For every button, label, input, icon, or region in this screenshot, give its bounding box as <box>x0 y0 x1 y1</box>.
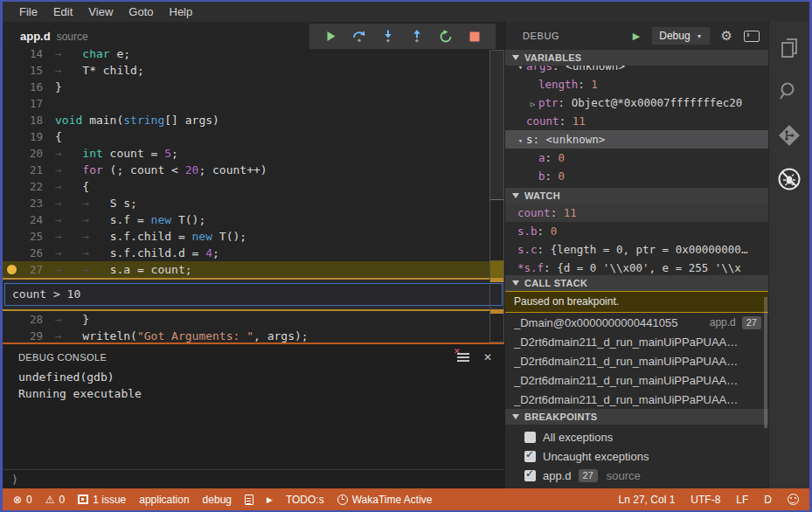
status-todo-s[interactable]: TODO:s <box>286 494 324 506</box>
code-line-15[interactable]: 15→ T* child; <box>3 62 504 79</box>
code-line-16[interactable]: 16} <box>3 79 504 95</box>
stack-frame[interactable]: _D2rt6dmain211_d_run_mainUiPPaPUAA… <box>505 370 768 390</box>
status-ln-27-col-1[interactable]: Ln 27, Col 1 <box>619 494 676 506</box>
breakpoint-gutter[interactable] <box>3 128 20 145</box>
search-icon[interactable] <box>777 80 802 104</box>
status-play[interactable]: ▶ <box>267 495 273 504</box>
variable-row[interactable]: ▾s: <unknown> <box>505 130 768 149</box>
menu-item-goto[interactable]: Goto <box>121 5 161 18</box>
line-number[interactable]: 16 <box>20 79 43 95</box>
code-text[interactable]: → → s.f.child = new T(); <box>43 228 246 245</box>
code-text[interactable]: → int count = 5; <box>43 145 178 162</box>
open-console-icon[interactable] <box>744 31 760 42</box>
watch-section-header[interactable]: WATCH <box>505 188 768 204</box>
close-icon[interactable]: ✕ <box>483 351 492 363</box>
code-line-17[interactable]: 17 <box>3 95 504 112</box>
line-number[interactable]: 26 <box>20 245 43 261</box>
variable-row[interactable]: count: 11 <box>505 112 768 130</box>
code-text[interactable]: → } <box>43 311 89 328</box>
line-number[interactable]: 18 <box>20 112 43 128</box>
code-text[interactable]: → → s.f.child.d = 4; <box>43 245 219 261</box>
variables-section-header[interactable]: VARIABLES <box>505 50 768 66</box>
breakpoint-gutter[interactable] <box>3 195 20 211</box>
variable-row[interactable]: ▾args: <unknown> <box>505 66 768 75</box>
breakpoint-item[interactable]: app.d27source <box>505 466 768 485</box>
code-line-28[interactable]: 28→ } <box>3 311 504 328</box>
start-debug-icon[interactable]: ▶ <box>633 31 640 42</box>
stop-button[interactable] <box>464 27 485 46</box>
code-text[interactable]: → { <box>43 178 89 195</box>
code-text[interactable]: → for (; count < 20; count++) <box>43 162 267 178</box>
code-line-26[interactable]: 26→ → s.f.child.d = 4; <box>3 245 504 261</box>
console-input[interactable]: ⟩ <box>3 469 504 488</box>
code-text[interactable]: → writeln("Got Arguments: ", args); <box>43 328 309 342</box>
twisty-icon[interactable]: ▷ <box>527 95 538 114</box>
status-lf[interactable]: LF <box>736 494 748 506</box>
breakpoint-item[interactable]: All exceptions <box>505 427 768 446</box>
status-d[interactable]: D <box>764 494 772 506</box>
breakpoint-checkbox[interactable] <box>524 451 536 462</box>
line-number[interactable]: 22 <box>20 178 43 195</box>
code-line-20[interactable]: 20→ int count = 5; <box>3 145 504 162</box>
variable-row[interactable]: length: 1 <box>505 75 768 93</box>
breakpoint-icon[interactable] <box>7 265 17 274</box>
breakpoint-gutter[interactable] <box>3 62 20 79</box>
code-line-18[interactable]: 18void main(string[] args) <box>3 112 504 128</box>
breakpoint-gutter[interactable] <box>3 178 20 195</box>
code-line-25[interactable]: 25→ → s.f.child = new T(); <box>3 228 504 245</box>
line-number[interactable]: 27 <box>20 261 43 278</box>
line-number[interactable]: 20 <box>20 145 43 162</box>
step-over-button[interactable] <box>349 27 370 46</box>
step-into-button[interactable] <box>378 27 399 46</box>
status-issues-frame[interactable]: 1 issue <box>78 494 126 506</box>
debug-config-dropdown[interactable]: Debug ▼ <box>652 27 709 45</box>
breakpoint-checkbox[interactable] <box>524 470 536 481</box>
status-clock[interactable]: WakaTime Active <box>337 494 433 506</box>
watch-row[interactable]: s.b: 0 <box>505 222 768 240</box>
code-text[interactable]: → char e; <box>43 50 130 62</box>
panel-scrollbar[interactable] <box>764 297 767 428</box>
line-number[interactable]: 23 <box>20 195 43 211</box>
line-number[interactable]: 21 <box>20 162 43 178</box>
breakpoint-gutter[interactable] <box>3 211 20 228</box>
breakpoint-gutter[interactable] <box>3 95 20 112</box>
code-text[interactable]: → → s.a = count; <box>43 261 192 278</box>
line-number[interactable]: 17 <box>20 95 43 112</box>
explorer-icon[interactable] <box>777 36 802 60</box>
breakpoint-gutter[interactable] <box>3 50 20 62</box>
breakpoint-gutter[interactable] <box>3 328 20 342</box>
code-text[interactable]: → → S s; <box>43 195 137 211</box>
breakpoint-gutter[interactable] <box>3 112 20 128</box>
stack-frame[interactable]: _D2rt6dmain211_d_run_mainUiPPaPUAA… <box>505 332 768 351</box>
status-warning-triangle[interactable]: ⚠0 <box>45 494 65 506</box>
continue-button[interactable] <box>320 27 341 46</box>
code-editor[interactable]: 14→ char e;15→ T* child;16}1718void main… <box>3 50 504 342</box>
status-smiley[interactable] <box>788 494 799 505</box>
breakpoint-gutter[interactable] <box>3 245 20 261</box>
code-line-23[interactable]: 23→ → S s; <box>3 195 504 211</box>
status-application[interactable]: application <box>139 494 189 506</box>
breakpoints-section-header[interactable]: BREAKPOINTS <box>505 409 768 425</box>
breakpoint-checkbox[interactable] <box>524 432 536 443</box>
line-number[interactable]: 19 <box>20 128 43 145</box>
code-line-19[interactable]: 19{ <box>3 128 504 145</box>
line-number[interactable]: 14 <box>20 50 43 62</box>
code-text[interactable]: { <box>43 128 62 145</box>
code-text[interactable]: } <box>43 79 62 95</box>
line-number[interactable]: 28 <box>20 311 43 328</box>
menu-item-view[interactable]: View <box>80 5 121 18</box>
menu-item-file[interactable]: File <box>11 5 45 18</box>
code-line-27[interactable]: 27→ → s.a = count; <box>3 261 504 278</box>
debug-icon[interactable] <box>777 167 802 191</box>
breakpoint-gutter[interactable] <box>3 261 20 278</box>
breakpoint-gutter[interactable] <box>3 311 20 328</box>
editor-scrollbar[interactable] <box>489 50 504 342</box>
code-text[interactable] <box>43 95 55 112</box>
line-number[interactable]: 15 <box>20 62 43 79</box>
code-line-29[interactable]: 29→ writeln("Got Arguments: ", args); <box>3 328 504 342</box>
line-number[interactable]: 29 <box>20 328 43 342</box>
line-number[interactable]: 25 <box>20 228 43 245</box>
code-line-14[interactable]: 14→ char e; <box>3 50 504 62</box>
status-document[interactable] <box>245 495 253 505</box>
code-line-21[interactable]: 21→ for (; count < 20; count++) <box>3 162 504 178</box>
